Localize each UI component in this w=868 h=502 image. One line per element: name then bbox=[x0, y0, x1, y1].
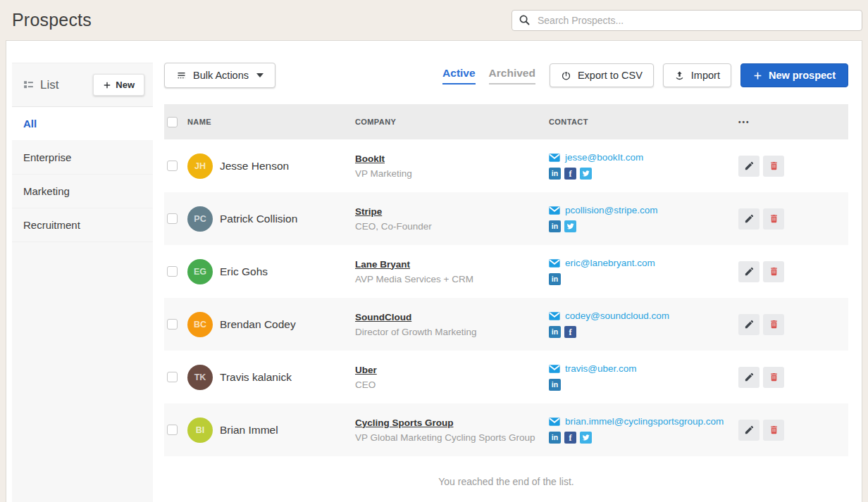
prospect-title: CEO bbox=[355, 379, 549, 390]
table-row: JH Jesse Henson BookIt VP Marketing jess… bbox=[164, 139, 848, 192]
pencil-icon bbox=[744, 425, 755, 435]
search-icon bbox=[519, 14, 531, 26]
edit-button[interactable] bbox=[738, 420, 760, 441]
import-button[interactable]: Import bbox=[663, 63, 731, 87]
company-link[interactable]: SoundCloud bbox=[355, 312, 549, 322]
avatar-initials: BC bbox=[194, 320, 206, 330]
sidebar: List New All Enterprise Marketing Recrui… bbox=[12, 63, 153, 502]
email-icon bbox=[549, 206, 560, 215]
search-input[interactable] bbox=[512, 10, 862, 31]
bulk-actions-icon bbox=[176, 70, 187, 81]
avatar-initials: BI bbox=[196, 425, 205, 435]
company-link[interactable]: Lane Bryant bbox=[355, 259, 549, 270]
edit-button[interactable] bbox=[738, 367, 760, 388]
sidebar-item-all[interactable]: All bbox=[12, 107, 153, 141]
pencil-icon bbox=[744, 372, 755, 382]
avatar-initials: EG bbox=[194, 267, 206, 277]
avatar: TK bbox=[187, 365, 213, 390]
prospect-title: VP Global Marketing Cycling Sports Group bbox=[355, 432, 549, 443]
facebook-icon[interactable]: f bbox=[564, 432, 576, 444]
social-row: in bbox=[549, 379, 738, 391]
linkedin-icon[interactable]: in bbox=[549, 326, 561, 338]
pencil-icon bbox=[744, 266, 755, 277]
delete-button[interactable] bbox=[763, 420, 784, 441]
sidebar-item-recruitment[interactable]: Recruitment bbox=[12, 208, 153, 242]
prospect-title: Director of Growth Marketing bbox=[355, 327, 549, 337]
edit-button[interactable] bbox=[738, 261, 760, 282]
linkedin-icon[interactable]: in bbox=[549, 432, 561, 444]
trash-icon bbox=[769, 319, 779, 330]
avatar: BC bbox=[187, 312, 213, 337]
facebook-icon[interactable]: f bbox=[564, 168, 576, 180]
import-label: Import bbox=[691, 70, 720, 81]
linkedin-icon[interactable]: in bbox=[549, 273, 561, 285]
table-row: EG Eric Gohs Lane Bryant AVP Media Servi… bbox=[164, 245, 848, 298]
delete-button[interactable] bbox=[763, 367, 784, 388]
edit-button[interactable] bbox=[738, 208, 760, 230]
export-csv-button[interactable]: Export to CSV bbox=[550, 63, 654, 87]
export-icon bbox=[561, 70, 571, 81]
pencil-icon bbox=[744, 161, 755, 171]
linkedin-icon[interactable]: in bbox=[549, 379, 561, 391]
avatar: PC bbox=[187, 206, 213, 232]
sidebar-item-enterprise[interactable]: Enterprise bbox=[12, 141, 153, 175]
row-checkbox[interactable] bbox=[167, 213, 178, 224]
email-link[interactable]: pcollision@stripe.com bbox=[565, 205, 658, 215]
avatar-initials: TK bbox=[194, 372, 206, 382]
delete-button[interactable] bbox=[763, 261, 784, 282]
twitter-icon[interactable] bbox=[580, 168, 592, 180]
prospect-title: CEO, Co-Founder bbox=[355, 221, 549, 232]
tab-active[interactable]: Active bbox=[442, 67, 476, 84]
avatar-initials: PC bbox=[194, 214, 206, 224]
edit-button[interactable] bbox=[738, 156, 760, 177]
row-checkbox[interactable] bbox=[167, 161, 178, 171]
social-row: in bbox=[549, 220, 738, 232]
company-link[interactable]: Cycling Sports Group bbox=[355, 418, 549, 428]
email-link[interactable]: codey@soundcloud.com bbox=[565, 310, 669, 321]
linkedin-icon[interactable]: in bbox=[549, 168, 561, 180]
prospect-name: Eric Gohs bbox=[220, 265, 268, 278]
delete-button[interactable] bbox=[763, 314, 784, 335]
new-list-button[interactable]: New bbox=[93, 74, 144, 96]
row-checkbox[interactable] bbox=[167, 372, 178, 382]
new-prospect-button[interactable]: New prospect bbox=[740, 63, 848, 87]
pencil-icon bbox=[744, 213, 755, 224]
prospect-title: AVP Media Services + CRM bbox=[355, 274, 549, 284]
bulk-actions-button[interactable]: Bulk Actions bbox=[164, 63, 275, 88]
table-row: TK Travis kalanick Uber CEO travis@uber.… bbox=[164, 351, 848, 403]
edit-button[interactable] bbox=[738, 314, 760, 335]
row-checkbox[interactable] bbox=[167, 319, 178, 330]
avatar-initials: JH bbox=[194, 161, 206, 171]
row-checkbox[interactable] bbox=[167, 266, 178, 277]
twitter-icon[interactable] bbox=[564, 220, 576, 232]
sidebar-item-marketing[interactable]: Marketing bbox=[12, 175, 153, 208]
email-link[interactable]: travis@uber.com bbox=[565, 363, 637, 374]
table-row: BI Brian Immel Cycling Sports Group VP G… bbox=[164, 403, 848, 456]
column-header-company: COMPANY bbox=[355, 118, 549, 126]
email-icon bbox=[549, 418, 560, 426]
email-link[interactable]: brian.immel@cyclingsportsgroup.com bbox=[565, 416, 724, 427]
twitter-icon[interactable] bbox=[580, 432, 592, 444]
company-link[interactable]: Stripe bbox=[355, 206, 549, 217]
company-link[interactable]: Uber bbox=[355, 365, 549, 375]
prospect-name: Brian Immel bbox=[220, 424, 278, 437]
row-checkbox[interactable] bbox=[167, 425, 178, 435]
table-row: PC Patrick Collision Stripe CEO, Co-Foun… bbox=[164, 192, 848, 245]
avatar: JH bbox=[187, 153, 213, 179]
linkedin-icon[interactable]: in bbox=[549, 220, 561, 232]
column-options-icon[interactable]: ••• bbox=[738, 118, 750, 126]
delete-button[interactable] bbox=[763, 156, 784, 177]
toolbar: Bulk Actions Active Archived Export to C… bbox=[164, 63, 848, 88]
company-link[interactable]: BookIt bbox=[355, 153, 549, 164]
pencil-icon bbox=[744, 319, 755, 330]
email-link[interactable]: jesse@bookIt.com bbox=[565, 152, 643, 163]
email-link[interactable]: eric@lanebryant.com bbox=[565, 258, 655, 268]
twitter-bird-icon bbox=[566, 222, 574, 230]
prospects-table: NAME COMPANY CONTACT ••• JH Jesse Henson… bbox=[164, 104, 848, 456]
tab-archived[interactable]: Archived bbox=[489, 67, 535, 84]
delete-button[interactable] bbox=[763, 208, 784, 230]
sidebar-header: List New bbox=[12, 63, 153, 107]
facebook-icon[interactable]: f bbox=[564, 326, 576, 338]
sidebar-nav: All Enterprise Marketing Recruitment bbox=[12, 107, 153, 242]
select-all-checkbox[interactable] bbox=[167, 117, 178, 127]
